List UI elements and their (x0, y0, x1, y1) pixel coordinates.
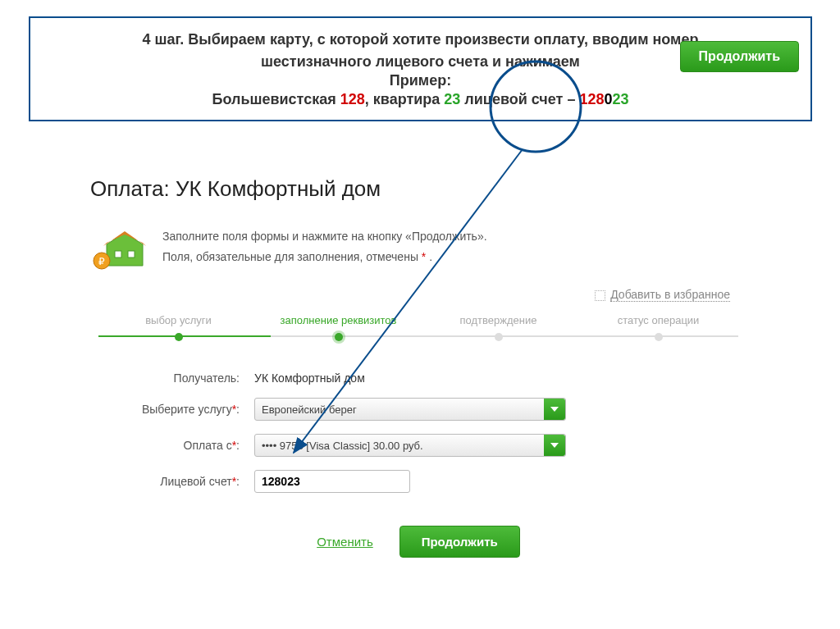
svg-marker-0 (107, 233, 143, 266)
recipient-value: УК Комфортный дом (254, 371, 365, 385)
example-mid2: лицевой счет – (460, 91, 579, 107)
stepper: выбор услуги заполнение реквизитов подтв… (90, 314, 746, 347)
example-acc-red: 128 (579, 91, 604, 107)
stepper-dot-3 (495, 333, 503, 341)
stepper-label-3: подтверждение (418, 314, 578, 326)
svg-rect-3 (128, 251, 135, 258)
stepper-step-3: подтверждение (418, 314, 578, 346)
info-line-1: Заполните поля формы и нажмите на кнопку… (162, 226, 487, 247)
payfrom-selected-value: •••• 9758 [Visa Classic] 30.00 руб. (262, 440, 423, 452)
account-input[interactable] (254, 470, 410, 493)
row-recipient: Получатель: УК Комфортный дом (90, 371, 746, 385)
example-num1: 128 (340, 91, 365, 107)
payment-title: Оплата: УК Комфортный дом (90, 176, 746, 202)
payment-panel: Оплата: УК Комфортный дом ₽ Заполните по… (90, 176, 746, 558)
service-selected-value: Европейский берег (262, 403, 357, 416)
top-continue-button[interactable]: Продолжить (680, 41, 799, 72)
house-icon: ₽ (90, 226, 148, 271)
svg-text:₽: ₽ (98, 256, 105, 267)
stepper-label-1: выбор услуги (98, 314, 258, 326)
action-row: Отменить Продолжить (90, 526, 746, 558)
stepper-step-2: заполнение реквизитов (258, 314, 418, 346)
chevron-down-icon (544, 399, 565, 420)
add-favorite[interactable]: Добавить в избранное (90, 288, 730, 301)
example-prefix: Большевистская (212, 91, 340, 107)
stepper-step-1: выбор услуги (98, 314, 258, 346)
stepper-dot-4 (655, 333, 663, 341)
info-row: ₽ Заполните поля формы и нажмите на кноп… (90, 226, 746, 271)
stepper-label-2: заполнение реквизитов (258, 314, 418, 326)
stepper-dot-2 (335, 333, 343, 341)
example-acc-black: 0 (604, 91, 612, 107)
favorite-label: Добавить в избранное (610, 288, 730, 302)
info-line-2: Поля, обязательные для заполнения, отмеч… (162, 247, 487, 267)
row-service: Выберите услугу*: Европейский берег (90, 398, 746, 421)
svg-rect-2 (115, 251, 121, 258)
cancel-link[interactable]: Отменить (317, 535, 373, 549)
service-select[interactable]: Европейский берег (254, 398, 566, 421)
account-label: Лицевой счет*: (90, 475, 254, 488)
chevron-down-icon (544, 435, 565, 456)
instruction-example-label: Пример: (47, 72, 794, 89)
recipient-label: Получатель: (90, 371, 254, 385)
example-num2: 23 (444, 91, 460, 107)
info-text: Заполните поля формы и нажмите на кнопку… (162, 226, 487, 267)
payfrom-label: Оплата с*: (90, 439, 254, 452)
service-label: Выберите услугу*: (90, 403, 254, 416)
stepper-dot-1 (175, 333, 183, 341)
favorite-checkbox-icon (595, 290, 605, 301)
stepper-label-4: статус операции (578, 314, 738, 326)
continue-button[interactable]: Продолжить (399, 526, 520, 558)
payfrom-select[interactable]: •••• 9758 [Visa Classic] 30.00 руб. (254, 434, 566, 457)
example-acc-green: 23 (612, 91, 628, 107)
stepper-step-4: статус операции (578, 314, 738, 346)
row-payfrom: Оплата с*: •••• 9758 [Visa Classic] 30.0… (90, 434, 746, 457)
instruction-example: Большевистская 128, квартира 23 лицевой … (47, 91, 794, 108)
example-mid: , квартира (365, 91, 445, 107)
row-account: Лицевой счет*: (90, 470, 746, 493)
